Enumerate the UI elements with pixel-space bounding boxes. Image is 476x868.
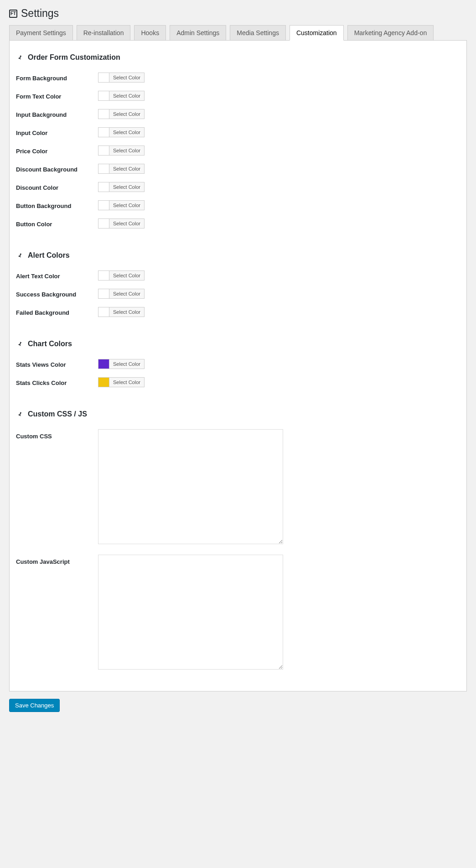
section-title-alert-colors: Alert Colors [28,251,70,260]
failed-background-swatch[interactable] [98,307,109,317]
form-background-label: Form Background [16,73,98,82]
stats-clicks-color-label: Stats Clicks Color [16,377,98,386]
tab-admin[interactable]: Admin Settings [170,25,226,40]
section-chart-colors: Chart Colors [16,340,460,348]
form-background-swatch[interactable] [98,73,109,83]
pin-icon [16,252,23,259]
discount-background-row: Discount BackgroundSelect Color [16,164,460,182]
stats-views-color-row: Stats Views ColorSelect Color [16,359,460,377]
tab-agency[interactable]: Marketing Agency Add-on [347,25,434,40]
input-background-color-control: Select Color [98,109,145,119]
failed-background-select-color-button[interactable]: Select Color [109,307,145,317]
failed-background-row: Failed BackgroundSelect Color [16,307,460,325]
button-color-swatch[interactable] [98,218,109,229]
alert-colors-rows: Alert Text ColorSelect ColorSuccess Back… [16,270,460,325]
discount-background-color-control: Select Color [98,164,145,174]
input-background-row: Input BackgroundSelect Color [16,109,460,127]
input-color-swatch[interactable] [98,127,109,137]
footer: Save Changes [9,691,467,722]
section-alert-colors: Alert Colors [16,251,460,260]
input-background-swatch[interactable] [98,109,109,119]
stats-clicks-color-color-control: Select Color [98,377,145,387]
section-title-custom-code: Custom CSS / JS [28,410,87,418]
custom-js-row: Custom JavaScript [16,555,460,671]
pin-icon [16,54,23,61]
input-color-select-color-button[interactable]: Select Color [109,127,145,137]
page-header: FT Settings [9,5,467,25]
tab-payment[interactable]: Payment Settings [9,25,73,40]
discount-color-row: Discount ColorSelect Color [16,182,460,200]
discount-background-select-color-button[interactable]: Select Color [109,164,145,174]
custom-js-label: Custom JavaScript [16,555,98,565]
price-color-swatch[interactable] [98,146,109,156]
page-title: Settings [21,7,59,20]
alert-text-color-color-control: Select Color [98,270,145,281]
alert-text-color-label: Alert Text Color [16,270,98,280]
save-changes-button[interactable]: Save Changes [9,699,60,712]
tab-media[interactable]: Media Settings [230,25,286,40]
alert-text-color-select-color-button[interactable]: Select Color [109,270,145,281]
form-background-color-control: Select Color [98,73,145,83]
discount-color-swatch[interactable] [98,182,109,192]
custom-js-textarea[interactable] [98,555,283,670]
discount-color-label: Discount Color [16,182,98,191]
settings-tabs: Payment SettingsRe-installationHooksAdmi… [9,25,467,40]
section-title-order-form: Order Form Customization [28,53,120,62]
form-text-color-select-color-button[interactable]: Select Color [109,91,145,101]
stats-views-color-select-color-button[interactable]: Select Color [109,359,145,369]
discount-background-label: Discount Background [16,164,98,173]
form-background-select-color-button[interactable]: Select Color [109,73,145,83]
tab-reinstall[interactable]: Re-installation [77,25,131,40]
custom-css-label: Custom CSS [16,429,98,440]
section-custom-code: Custom CSS / JS [16,410,460,418]
section-title-chart-colors: Chart Colors [28,340,72,348]
price-color-label: Price Color [16,146,98,155]
failed-background-color-control: Select Color [98,307,145,317]
input-color-label: Input Color [16,127,98,136]
input-background-select-color-button[interactable]: Select Color [109,109,145,119]
alert-text-color-swatch[interactable] [98,270,109,281]
success-background-row: Success BackgroundSelect Color [16,289,460,307]
button-background-color-control: Select Color [98,200,145,210]
success-background-swatch[interactable] [98,289,109,299]
form-text-color-row: Form Text ColorSelect Color [16,91,460,109]
custom-code-rows: Custom CSS Custom JavaScript [16,429,460,680]
alert-text-color-row: Alert Text ColorSelect Color [16,270,460,289]
pin-icon [16,411,23,418]
form-text-color-color-control: Select Color [98,91,145,101]
discount-background-swatch[interactable] [98,164,109,174]
input-color-row: Input ColorSelect Color [16,127,460,146]
button-color-select-color-button[interactable]: Select Color [109,218,145,229]
custom-css-row: Custom CSS [16,429,460,546]
stats-clicks-color-swatch[interactable] [98,377,109,387]
button-background-select-color-button[interactable]: Select Color [109,200,145,210]
stats-views-color-swatch[interactable] [98,359,109,369]
stats-views-color-label: Stats Views Color [16,359,98,368]
stats-clicks-color-select-color-button[interactable]: Select Color [109,377,145,387]
app-icon: FT [9,10,17,18]
price-color-row: Price ColorSelect Color [16,146,460,164]
order-form-rows: Form BackgroundSelect ColorForm Text Col… [16,73,460,237]
stats-views-color-color-control: Select Color [98,359,145,369]
form-text-color-label: Form Text Color [16,91,98,100]
button-background-swatch[interactable] [98,200,109,210]
button-color-color-control: Select Color [98,218,145,229]
custom-css-textarea[interactable] [98,429,283,544]
button-color-label: Button Color [16,218,98,228]
failed-background-label: Failed Background [16,307,98,316]
button-color-row: Button ColorSelect Color [16,218,460,237]
price-color-color-control: Select Color [98,146,145,156]
button-background-row: Button BackgroundSelect Color [16,200,460,218]
input-background-label: Input Background [16,109,98,118]
button-background-label: Button Background [16,200,98,209]
tab-custom[interactable]: Customization [290,25,344,41]
discount-color-select-color-button[interactable]: Select Color [109,182,145,192]
input-color-color-control: Select Color [98,127,145,137]
discount-color-color-control: Select Color [98,182,145,192]
price-color-select-color-button[interactable]: Select Color [109,146,145,156]
chart-colors-rows: Stats Views ColorSelect ColorStats Click… [16,359,460,395]
success-background-select-color-button[interactable]: Select Color [109,289,145,299]
form-text-color-swatch[interactable] [98,91,109,101]
section-order-form: Order Form Customization [16,53,460,62]
tab-hooks[interactable]: Hooks [134,25,166,40]
